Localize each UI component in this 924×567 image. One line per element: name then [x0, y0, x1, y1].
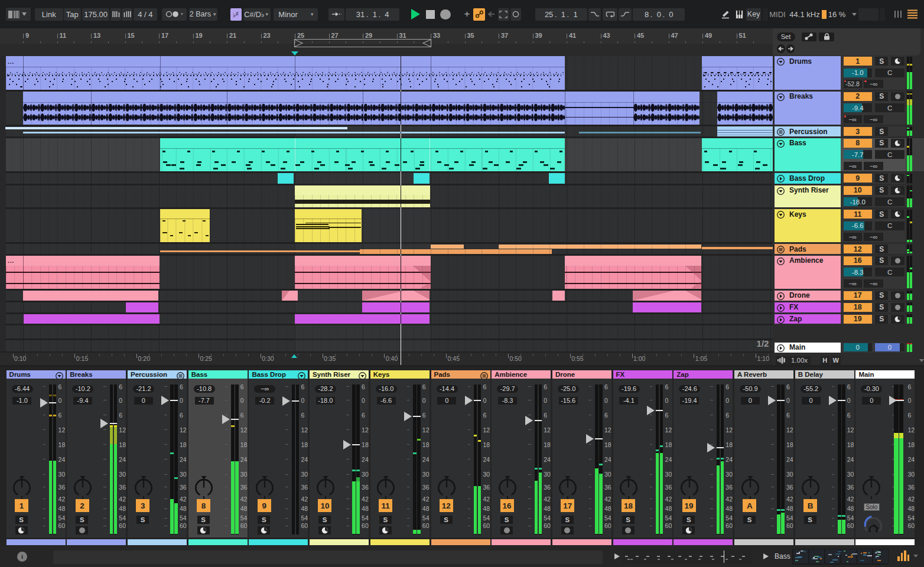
svg-text:♯: ♯: [236, 11, 239, 17]
